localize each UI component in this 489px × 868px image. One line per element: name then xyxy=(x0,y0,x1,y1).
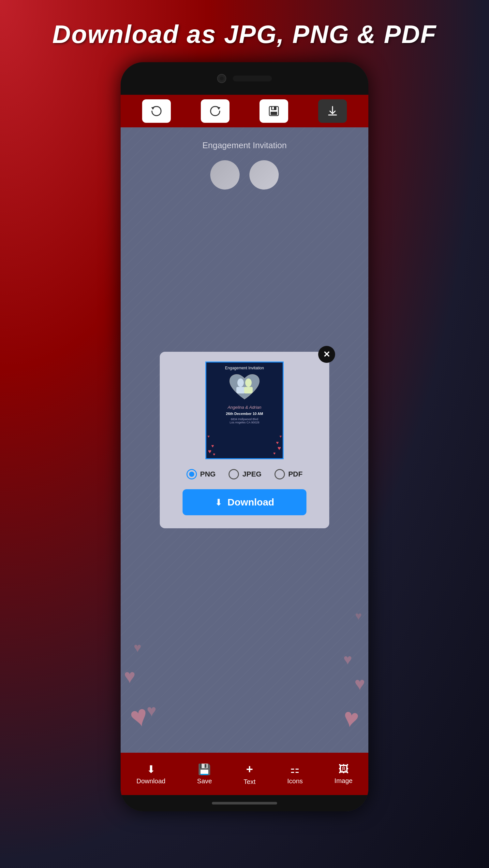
nav-image-icon: 🖼 xyxy=(338,763,349,775)
svg-point-7 xyxy=(237,378,244,387)
nav-text-icon: + xyxy=(246,763,253,776)
svg-rect-5 xyxy=(272,107,274,110)
thumb-date: 26th December 10 AM xyxy=(226,412,263,415)
thumb-heart-1: ♥ xyxy=(208,448,211,455)
nav-download-icon: ⬇ xyxy=(147,763,155,775)
speaker-element xyxy=(233,75,272,82)
phone-frame: ♥ ♥ ♥ ♥ ♥ ♥ ♥ ♥ Engagement Invitation xyxy=(121,62,368,811)
svg-point-8 xyxy=(245,378,252,387)
home-indicator xyxy=(121,795,368,811)
nav-item-image[interactable]: 🖼 Image xyxy=(335,763,353,785)
download-toolbar-button[interactable] xyxy=(318,99,347,123)
nav-icons-label: Icons xyxy=(287,777,303,785)
format-radio-group: PNG JPEG PDF xyxy=(186,469,303,479)
modal-overlay: ✕ ♥ ♥ ♥ ♥ ♥ ♥ ♥ ♥ xyxy=(121,127,368,753)
save-button[interactable] xyxy=(259,99,288,123)
nav-save-icon: 💾 xyxy=(198,763,211,775)
svg-rect-4 xyxy=(270,112,277,115)
radio-label-jpeg: JPEG xyxy=(242,470,261,478)
camera-icon xyxy=(217,74,226,83)
nav-download-label: Download xyxy=(137,777,166,785)
redo-button[interactable] xyxy=(201,99,230,123)
radio-jpeg[interactable]: JPEG xyxy=(229,469,261,479)
download-modal: ✕ ♥ ♥ ♥ ♥ ♥ ♥ ♥ ♥ xyxy=(160,352,329,528)
thumb-title: Engagement Invitation xyxy=(225,366,264,370)
thumb-heart-6: ♥ xyxy=(273,451,276,456)
header-title: Download as JPG, PNG & PDF xyxy=(39,0,450,62)
bottom-navigation: ⬇ Download 💾 Save + Text ⚏ Icons 🖼 Image xyxy=(121,753,368,795)
nav-text-label: Text xyxy=(243,778,256,785)
modal-download-button[interactable]: ⬇ Download xyxy=(182,489,307,515)
thumb-heart-3: ♥ xyxy=(213,452,215,457)
download-btn-label: Download xyxy=(228,497,274,508)
thumb-names: Angelina & Adrian xyxy=(228,405,261,410)
thumb-heart-2: ♥ xyxy=(211,443,214,448)
card-background: ♥ ♥ ♥ ♥ ♥ ♥ ♥ ♥ Engagement Invitation xyxy=(121,127,368,753)
home-bar xyxy=(212,802,277,805)
nav-image-label: Image xyxy=(335,777,353,785)
nav-item-text[interactable]: + Text xyxy=(243,763,256,785)
thumb-address-2: Los Angeles CA 90028 xyxy=(230,421,259,424)
canvas-area: ♥ ♥ ♥ ♥ ♥ ♥ ♥ ♥ Engagement Invitation xyxy=(121,127,368,753)
card-thumbnail: ♥ ♥ ♥ ♥ ♥ ♥ ♥ ♥ Engagement Invitation xyxy=(205,362,284,459)
close-icon: ✕ xyxy=(323,349,330,360)
modal-close-button[interactable]: ✕ xyxy=(318,346,335,363)
svg-marker-1 xyxy=(217,107,220,110)
nav-item-save[interactable]: 💾 Save xyxy=(197,763,212,785)
radio-label-pdf: PDF xyxy=(288,470,303,478)
radio-circle-png[interactable] xyxy=(186,469,197,479)
radio-circle-jpeg[interactable] xyxy=(229,469,239,479)
svg-rect-10 xyxy=(244,387,253,394)
thumb-heart-7: ♥ xyxy=(207,434,210,439)
nav-icons-icon: ⚏ xyxy=(290,763,299,775)
svg-rect-9 xyxy=(236,387,245,394)
thumb-address-1: 6834 Hollywood Blvd xyxy=(231,417,258,421)
svg-marker-0 xyxy=(151,107,154,110)
thumb-heart-photo xyxy=(228,373,261,402)
nav-save-label: Save xyxy=(197,777,212,785)
nav-item-download[interactable]: ⬇ Download xyxy=(137,763,166,785)
page-container: Download as JPG, PNG & PDF xyxy=(0,0,489,868)
radio-circle-pdf[interactable] xyxy=(275,469,285,479)
radio-pdf[interactable]: PDF xyxy=(275,469,303,479)
thumb-heart-8: ♥ xyxy=(279,434,282,439)
toolbar xyxy=(121,95,368,127)
undo-button[interactable] xyxy=(142,99,171,123)
radio-label-png: PNG xyxy=(200,470,216,478)
thumb-heart-5: ♥ xyxy=(276,440,279,445)
radio-png[interactable]: PNG xyxy=(186,469,216,479)
phone-top-bar xyxy=(121,62,368,95)
thumb-heart-4: ♥ xyxy=(278,445,281,452)
nav-item-icons[interactable]: ⚏ Icons xyxy=(287,763,303,785)
download-btn-icon: ⬇ xyxy=(215,497,222,508)
